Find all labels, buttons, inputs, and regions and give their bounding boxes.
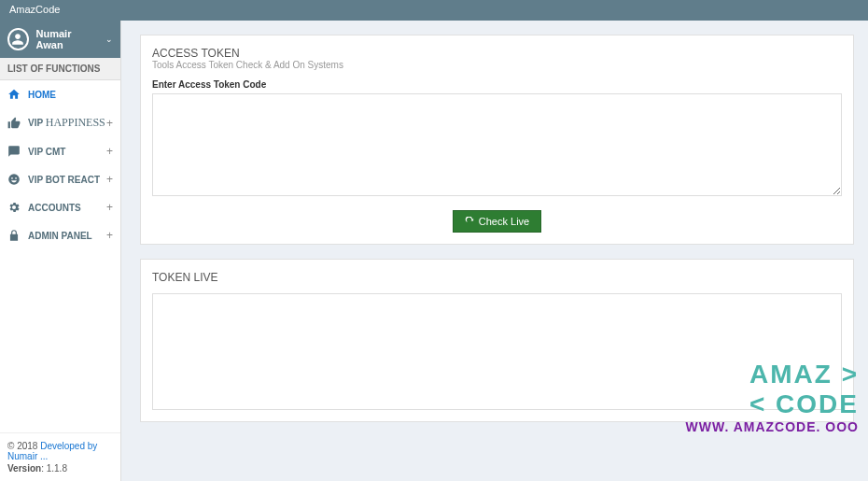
thumbs-up-icon	[7, 117, 21, 130]
plus-icon: +	[106, 117, 113, 130]
access-token-panel: ACCESS TOKEN Tools Access Token Check & …	[140, 35, 854, 245]
chevron-down-icon: ⌄	[105, 35, 113, 44]
sidebar-footer: © 2018 Developed by Numair ... Version: …	[0, 432, 120, 481]
sidebar-item-vip-happiness[interactable]: VIP HAPPINESS +	[0, 108, 120, 137]
smile-icon	[7, 173, 21, 186]
sidebar: Numair Awan ⌄ LIST OF FUNCTIONS HOME VIP…	[0, 21, 121, 481]
refresh-icon	[465, 217, 475, 227]
copyright-text: © 2018	[7, 441, 40, 451]
plus-icon: +	[106, 229, 113, 242]
sidebar-item-label: ADMIN PANEL	[28, 231, 113, 241]
sidebar-section-header: LIST OF FUNCTIONS	[0, 58, 120, 80]
check-live-button[interactable]: Check Live	[453, 210, 541, 233]
user-menu[interactable]: Numair Awan ⌄	[0, 21, 120, 58]
sidebar-item-label: VIP BOT REACT	[28, 175, 113, 185]
sidebar-item-accounts[interactable]: ACCOUNTS +	[0, 193, 120, 221]
sidebar-item-vip-bot-react[interactable]: VIP BOT REACT +	[0, 165, 120, 193]
home-icon	[7, 88, 21, 101]
sidebar-item-vip-cmt[interactable]: VIP CMT +	[0, 137, 120, 165]
token-input-label: Enter Access Token Code	[152, 79, 842, 90]
sidebar-item-home[interactable]: HOME	[0, 80, 120, 108]
plus-icon: +	[106, 201, 113, 214]
panel-title: TOKEN LIVE	[152, 271, 842, 284]
comment-icon	[7, 145, 21, 158]
plus-icon: +	[106, 145, 113, 158]
user-name-label: Numair Awan	[36, 28, 96, 50]
main-content: ACCESS TOKEN Tools Access Token Check & …	[121, 21, 868, 481]
access-token-input[interactable]	[152, 93, 842, 196]
button-label: Check Live	[479, 216, 529, 227]
sidebar-item-label: VIP HAPPINESS	[28, 116, 113, 130]
brand-label: AmazCode	[9, 4, 60, 15]
plus-icon: +	[106, 173, 113, 186]
admin-icon	[7, 229, 21, 242]
avatar-icon	[7, 28, 29, 50]
sidebar-item-label: ACCOUNTS	[28, 203, 113, 213]
app-header: AmazCode	[0, 0, 868, 21]
sidebar-item-label: HOME	[28, 90, 113, 100]
token-live-output	[152, 293, 842, 410]
sidebar-item-label: VIP CMT	[28, 147, 113, 157]
version-text: Version: 1.1.8	[7, 463, 113, 474]
panel-title: ACCESS TOKEN	[152, 47, 842, 60]
sidebar-item-admin-panel[interactable]: ADMIN PANEL +	[0, 221, 120, 249]
gear-icon	[7, 201, 21, 214]
panel-subtitle: Tools Access Token Check & Add On System…	[152, 60, 842, 70]
token-live-panel: TOKEN LIVE	[140, 259, 854, 422]
sidebar-nav: HOME VIP HAPPINESS + VIP CMT + VIP BOT R…	[0, 80, 120, 432]
